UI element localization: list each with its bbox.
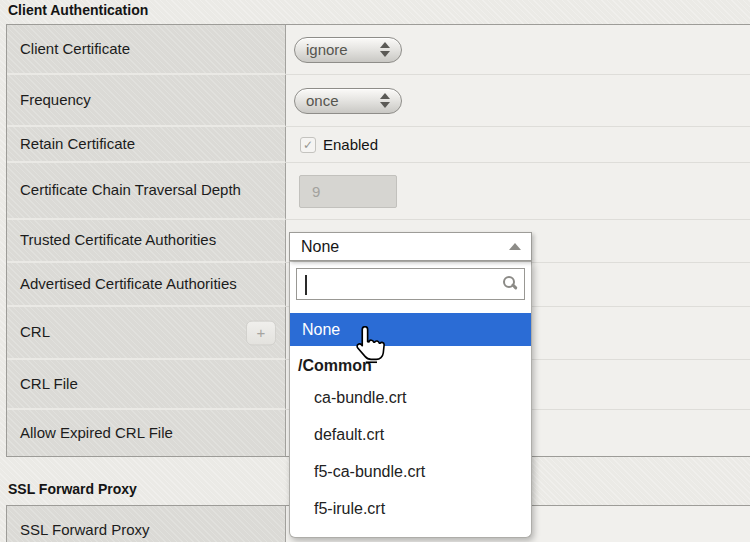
select-value: ignore <box>306 41 348 58</box>
table-row: Retain Certificate ✓ Enabled <box>7 127 750 163</box>
dropdown-search-box <box>296 268 525 300</box>
row-label-client-certificate: Client Certificate <box>7 25 286 75</box>
select-arrows-icon <box>380 42 390 57</box>
dropdown-option-f5-ca-bundle[interactable]: f5-ca-bundle.crt <box>290 453 531 490</box>
row-label-advertised-certificate-authorities: Advertised Certificate Authorities <box>7 263 286 307</box>
row-label-frequency: Frequency <box>7 75 286 127</box>
dropdown-option-ca-bundle[interactable]: ca-bundle.crt <box>290 379 531 416</box>
dropdown-group-common: /Common <box>290 357 531 375</box>
search-icon <box>503 276 515 288</box>
dropdown-selected-value: None <box>301 238 339 256</box>
row-label-text: CRL <box>20 323 50 342</box>
section-title-client-authentication: Client Authentication <box>8 2 148 18</box>
traversal-depth-input <box>299 175 397 208</box>
select-arrows-icon <box>380 93 390 108</box>
row-content: ✓ Enabled <box>286 127 750 163</box>
dropdown-search-input[interactable] <box>297 269 524 299</box>
dropdown-option-none[interactable]: None <box>290 313 531 346</box>
row-label-crl-file: CRL File <box>7 360 286 410</box>
retain-certificate-checkbox[interactable]: ✓ <box>300 137 316 153</box>
frequency-select[interactable]: once <box>294 88 402 114</box>
trusted-ca-dropdown-header[interactable]: None <box>289 232 532 261</box>
chevron-up-icon <box>509 243 521 250</box>
checkbox-check-icon: ✓ <box>303 138 313 152</box>
row-content: once <box>286 75 750 127</box>
table-row: Certificate Chain Traversal Depth <box>7 163 750 220</box>
select-value: once <box>306 92 339 109</box>
row-label-crl: CRL + <box>7 307 286 360</box>
row-content <box>286 163 750 220</box>
checkbox-label: Enabled <box>323 136 378 153</box>
row-label-retain-certificate: Retain Certificate <box>7 127 286 163</box>
trusted-ca-dropdown-panel: None /Common ca-bundle.crt default.crt f… <box>289 261 532 538</box>
row-label-trusted-certificate-authorities: Trusted Certificate Authorities <box>7 220 286 263</box>
client-certificate-select[interactable]: ignore <box>294 37 402 63</box>
section-title-ssl-forward-proxy: SSL Forward Proxy <box>8 481 137 497</box>
row-content: ignore <box>286 25 750 75</box>
plus-icon: + <box>257 323 266 342</box>
row-label-allow-expired-crl-file: Allow Expired CRL File <box>7 410 286 456</box>
table-row: Frequency once <box>7 75 750 127</box>
text-caret-icon <box>305 275 307 295</box>
dropdown-option-f5-irule[interactable]: f5-irule.crt <box>290 490 531 527</box>
crl-add-button[interactable]: + <box>246 320 276 345</box>
row-label-ssl-forward-proxy: SSL Forward Proxy <box>7 506 286 542</box>
dropdown-option-default[interactable]: default.crt <box>290 416 531 453</box>
ssl-profile-settings-page: Client Authentication Client Certificate… <box>0 0 750 542</box>
table-row: Client Certificate ignore <box>7 25 750 75</box>
row-label-traversal-depth: Certificate Chain Traversal Depth <box>7 163 286 220</box>
